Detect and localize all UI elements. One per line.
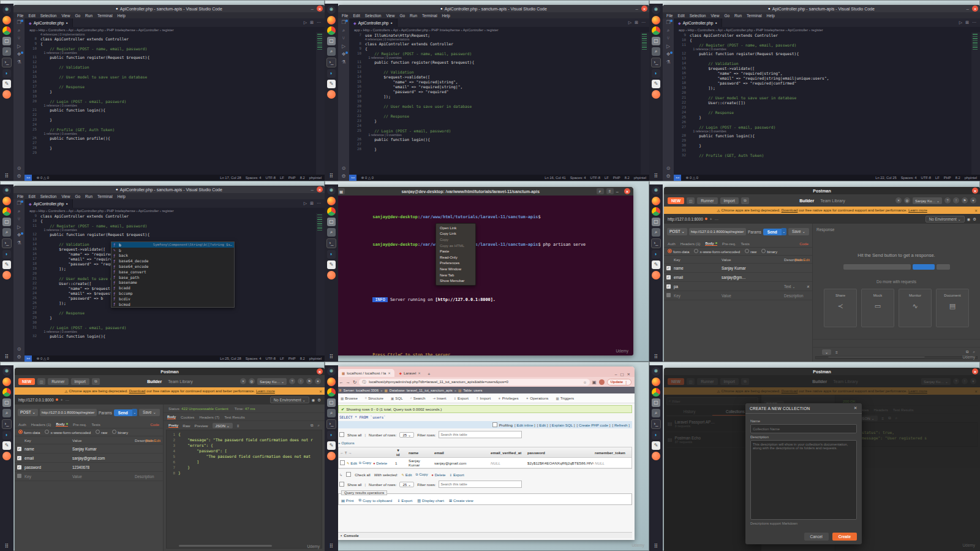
autocomplete-item[interactable]: ƒ back — [111, 253, 234, 259]
announcements-icon[interactable]: ⚑ — [306, 378, 312, 384]
search-icon[interactable]: ⌕ — [597, 188, 604, 194]
pma-tab[interactable]: ✦ Operations — [523, 395, 552, 401]
status-item[interactable]: phpintel — [634, 176, 646, 180]
menu-item[interactable]: View — [61, 194, 70, 199]
minimap[interactable] — [316, 213, 325, 355]
context-menu-item[interactable]: New Tab — [436, 272, 475, 278]
remote-indicator[interactable]: >< — [674, 175, 681, 181]
kv-key[interactable]: password — [23, 465, 72, 469]
problems-status[interactable]: ⊗ 0 △ 0 — [36, 357, 49, 360]
request-tab-item[interactable]: Pre-req. — [722, 241, 736, 246]
request-tab[interactable]: http://127.0.0.1:8000 — [18, 398, 58, 402]
banner-close-icon[interactable]: ✕ — [974, 208, 978, 213]
show-applications-icon[interactable]: ⠿ — [0, 354, 13, 360]
kv-menu-icon[interactable]: ⋯ — [789, 257, 793, 262]
kv-key[interactable]: name — [673, 266, 722, 270]
text-editor-icon[interactable]: ✎ — [327, 260, 336, 269]
environment-settings-icon[interactable]: ⚙ — [317, 398, 321, 402]
postman-icon[interactable] — [327, 271, 336, 279]
options-toggle[interactable]: + Options — [338, 441, 632, 445]
status-item[interactable]: UTF-8 — [266, 357, 276, 360]
menu-item[interactable]: Terminal — [422, 13, 437, 18]
menu-item[interactable]: Help — [118, 13, 126, 18]
extensions-icon[interactable]: ❖ — [17, 233, 21, 238]
cancel-button[interactable]: Cancel — [804, 533, 829, 541]
save-button[interactable]: Save ⌄ — [788, 228, 809, 235]
menu-item[interactable]: Selection — [40, 13, 57, 18]
close-button[interactable]: ✕ — [641, 6, 647, 12]
cursor-position[interactable]: Ln 16, Col 41 — [545, 176, 565, 180]
new-window-icon[interactable]: ⧉ — [92, 378, 100, 385]
status-item[interactable]: phpintel — [309, 176, 322, 180]
response-tab-item[interactable]: Headers (7) — [199, 415, 219, 419]
status-item[interactable]: LF — [605, 176, 609, 180]
terminal-output[interactable]: sanjay@dev-desktop:/var/www/html/tutoria… — [334, 196, 633, 355]
tab-apicontroller[interactable]: ◆ ApiController.php ● — [674, 18, 722, 27]
wrap-icon[interactable]: ≡ — [237, 424, 239, 428]
editor-action-icon[interactable]: ▷ — [628, 20, 631, 25]
status-item[interactable]: Spaces: 4 — [570, 176, 586, 180]
bulk-edit-link[interactable]: Bulk Edit — [795, 257, 812, 262]
status-item[interactable]: UTF-8 — [590, 176, 600, 180]
source-control-icon[interactable]: ⑂ — [667, 36, 670, 41]
export-selected-link[interactable]: ⇓ Export — [450, 473, 464, 477]
new-window-icon[interactable]: ⧉ — [741, 197, 749, 204]
screenshot-tool-icon[interactable]: ⌕ — [2, 47, 11, 56]
help-icon[interactable]: ? — [289, 378, 295, 384]
menu-item[interactable]: Run — [734, 13, 742, 18]
autocomplete-item[interactable]: ƒ bcadd — [111, 285, 234, 291]
status-item[interactable]: 8.2 — [625, 176, 630, 180]
search-icon[interactable]: ⌕ — [18, 28, 20, 33]
heart-icon[interactable]: ♥ — [970, 197, 976, 203]
menu-item[interactable]: File — [342, 13, 348, 18]
minimize-button[interactable]: – — [311, 187, 314, 192]
status-item[interactable]: PHP — [288, 176, 296, 180]
code-link[interactable]: Code — [150, 422, 159, 427]
status-item[interactable]: Spaces: 4 — [901, 176, 917, 180]
vscode-icon[interactable]: ◗ — [327, 250, 336, 259]
tab-body[interactable]: Body — [705, 241, 717, 246]
satellite-icon[interactable]: ◍ — [249, 378, 255, 384]
source-control-icon[interactable]: ⑂ — [342, 36, 345, 41]
tab-response-body[interactable]: Body — [167, 414, 176, 419]
vscode-icon[interactable]: ◗ — [652, 69, 660, 78]
status-item[interactable]: PHP — [613, 176, 620, 180]
request-tab-item[interactable]: Auth — [668, 241, 676, 246]
kv-menu-icon[interactable]: ⋯ — [140, 438, 143, 443]
run-debug-icon[interactable]: ▷ — [17, 44, 21, 49]
satellite-icon[interactable]: ◍ — [904, 197, 910, 203]
vscode-icon[interactable]: ◗ — [327, 69, 336, 78]
tab-builder[interactable]: Builder — [147, 379, 162, 384]
kv-key[interactable]: email — [673, 275, 722, 279]
close-button[interactable]: ✕ — [317, 368, 323, 374]
download-link[interactable]: Download — [782, 208, 798, 212]
split-pane-icon[interactable]: ◫ — [687, 197, 695, 204]
send-dropdown-icon[interactable]: ⌄ — [132, 409, 137, 416]
type-form-data[interactable]: form-data — [18, 430, 40, 435]
breadcrumb-table[interactable]: Table: users — [463, 389, 482, 392]
learn-more-link[interactable]: Learn more — [908, 208, 927, 212]
context-menu-item[interactable]: Read-Only — [436, 254, 475, 260]
show-applications-icon[interactable]: ⠿ — [325, 354, 338, 360]
firefox-icon[interactable] — [2, 197, 11, 205]
method-select[interactable]: POST ⌄ — [667, 228, 687, 235]
menu-item[interactable]: File — [17, 194, 23, 199]
screenshot-tool-icon[interactable]: ⌕ — [652, 228, 660, 237]
menu-item[interactable]: Selection — [690, 13, 706, 18]
horizontal-scrollbar[interactable] — [179, 545, 272, 547]
environment-preview-icon[interactable]: ◉ — [967, 217, 971, 221]
tab-apicontroller[interactable]: ◆ ApiController.php ● — [24, 199, 73, 208]
tab-team-library[interactable]: Team Library — [820, 199, 845, 203]
testing-icon[interactable]: ⚗ — [666, 60, 670, 65]
url-input[interactable] — [40, 409, 97, 416]
profiling-link[interactable]: Edit inline — [514, 423, 535, 427]
col-email-verified-at[interactable]: email_verified_at — [489, 450, 526, 455]
request-tab-item[interactable]: Headers (1) — [680, 241, 701, 246]
chrome-icon[interactable] — [652, 26, 660, 35]
show-applications-icon[interactable]: ⠿ — [649, 354, 663, 360]
notifications-icon[interactable]: ! — [298, 378, 304, 384]
maximize-button[interactable]: ▢ — [620, 372, 624, 377]
chrome-icon[interactable] — [2, 207, 11, 216]
terminal-icon[interactable]: ›_ — [2, 238, 12, 248]
context-menu-item[interactable]: Paste — [436, 248, 475, 254]
